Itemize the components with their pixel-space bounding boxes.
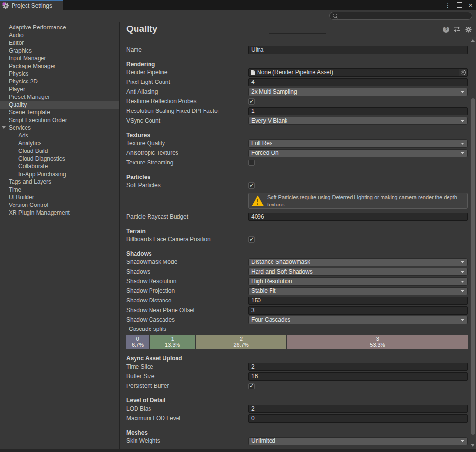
texture-streaming-checkbox[interactable] — [248, 160, 255, 166]
sidebar-item-physics-2d[interactable]: Physics 2D — [0, 78, 119, 85]
sidebar-item-cloud-build[interactable]: Cloud Build — [0, 147, 119, 155]
sidebar-item-scene-template[interactable]: Scene Template — [0, 109, 119, 116]
shadow-projection-dropdown[interactable]: Stable Fit — [248, 287, 468, 295]
shadow-near-plane-offset-input[interactable] — [248, 306, 468, 315]
field-label: Texture Streaming — [126, 159, 248, 166]
sidebar-item-editor[interactable]: Editor — [0, 39, 119, 47]
shadow-cascades-dropdown[interactable]: Four Cascades — [248, 316, 468, 324]
sidebar-item-script-execution-order[interactable]: Script Execution Order — [0, 116, 119, 124]
settings-gear-icon — [2, 2, 9, 9]
scroll-region: Name Rendering Render Pipeline None (Ren… — [120, 37, 476, 449]
chevron-down-icon — [461, 91, 464, 93]
field-label: Buffer Size — [126, 373, 248, 380]
sidebar-item-package-manager[interactable]: Package Manager — [0, 62, 119, 70]
close-icon[interactable]: × — [468, 1, 473, 9]
help-icon[interactable]: ? — [443, 27, 449, 33]
field-row-render-pipeline: Render Pipeline None (Render Pipeline As… — [126, 68, 468, 77]
field-label: Shadowmask Mode — [126, 259, 248, 265]
sidebar-item-audio[interactable]: Audio — [0, 31, 119, 39]
cascade-segment-3[interactable]: 3 53.3% — [287, 335, 468, 349]
window-controls: ⋮ × — [444, 0, 473, 10]
billboards-face-camera-checkbox[interactable] — [248, 236, 255, 243]
tab-title: Project Settings — [12, 2, 52, 9]
maximize-icon[interactable] — [457, 2, 462, 8]
field-row-maximum-lod-level: Maximum LOD Level — [126, 413, 468, 423]
field-label: Soft Particles — [126, 182, 248, 189]
anti-aliasing-dropdown[interactable]: 2x Multi Sampling — [248, 88, 468, 96]
settings-category-sidebar: Adaptive Performance Audio Editor Graphi… — [0, 22, 120, 449]
sidebar-item-in-app-purchasing[interactable]: In-App Purchasing — [0, 170, 119, 178]
field-label: Render Pipeline — [126, 69, 248, 76]
persistent-buffer-checkbox[interactable] — [248, 383, 255, 389]
field-label: Shadow Cascades — [126, 316, 248, 323]
name-input[interactable] — [248, 46, 468, 54]
shadows-dropdown[interactable]: Hard and Soft Shadows — [248, 268, 468, 276]
panel-header: Quality ? — [120, 22, 476, 37]
sidebar-item-physics[interactable]: Physics — [0, 70, 119, 78]
sidebar-item-player[interactable]: Player — [0, 85, 119, 93]
sidebar-item-graphics[interactable]: Graphics — [0, 47, 119, 55]
render-pipeline-object-field[interactable]: None (Render Pipeline Asset) — [248, 68, 468, 77]
field-row-shadowmask-mode: Shadowmask Mode Distance Shadowmask — [126, 257, 468, 267]
sidebar-item-time[interactable]: Time — [0, 186, 119, 193]
search-input[interactable] — [339, 13, 472, 19]
sidebar-item-ads[interactable]: Ads — [0, 132, 119, 139]
shadow-resolution-dropdown[interactable]: High Resolution — [248, 277, 468, 286]
warning-icon — [252, 195, 264, 206]
resolution-scaling-input[interactable] — [248, 107, 468, 115]
cascade-segment-2[interactable]: 2 26.7% — [196, 335, 286, 349]
cascade-index: 0 — [136, 336, 139, 342]
scroll-up-icon[interactable] — [471, 39, 475, 42]
sidebar-item-ui-builder[interactable]: UI Builder — [0, 193, 119, 201]
field-label: Anisotropic Textures — [126, 150, 248, 156]
cascade-percent: 13.3% — [165, 342, 180, 348]
cascade-segment-0[interactable]: 0 6.7% — [126, 335, 149, 349]
field-label: Particle Raycast Budget — [126, 213, 248, 220]
sidebar-item-quality[interactable]: Quality — [0, 101, 119, 109]
anisotropic-textures-dropdown[interactable]: Forced On — [248, 149, 468, 157]
scroll-down-icon[interactable] — [471, 444, 475, 447]
shadowmask-mode-dropdown[interactable]: Distance Shadowmask — [248, 258, 468, 266]
field-label: Shadows — [126, 268, 248, 275]
object-picker-icon[interactable] — [459, 69, 467, 76]
gear-icon[interactable] — [465, 27, 472, 33]
field-row-lod-bias: LOD Bias — [126, 404, 468, 413]
sidebar-item-xr-plugin-management[interactable]: XR Plugin Management — [0, 209, 119, 217]
sidebar-item-adaptive-performance[interactable]: Adaptive Performance — [0, 24, 119, 31]
sidebar-item-collaborate[interactable]: Collaborate — [0, 163, 119, 170]
maximum-lod-level-input[interactable] — [248, 414, 468, 423]
pixel-light-count-input[interactable] — [248, 78, 468, 86]
sidebar-item-version-control[interactable]: Version Control — [0, 201, 119, 209]
soft-particles-checkbox[interactable] — [248, 182, 255, 189]
chevron-down-icon — [461, 143, 464, 145]
sidebar-item-cloud-diagnostics[interactable]: Cloud Diagnostics — [0, 155, 119, 163]
sidebar-item-services[interactable]: Services — [0, 124, 119, 132]
buffer-size-input[interactable] — [248, 372, 468, 381]
vertical-scrollbar[interactable] — [470, 37, 476, 449]
sidebar-item-input-manager[interactable]: Input Manager — [0, 55, 119, 62]
search-box[interactable] — [329, 12, 472, 20]
field-row-persistent-buffer: Persistent Buffer — [126, 381, 468, 391]
field-row-anti-aliasing: Anti Aliasing 2x Multi Sampling — [126, 87, 468, 96]
shadow-distance-input[interactable] — [248, 297, 468, 305]
preset-icon[interactable] — [454, 26, 461, 33]
sidebar-item-analytics[interactable]: Analytics — [0, 139, 119, 147]
time-slice-input[interactable] — [248, 363, 468, 371]
sidebar-item-preset-manager[interactable]: Preset Manager — [0, 93, 119, 101]
realtime-reflection-probes-checkbox[interactable] — [248, 98, 255, 105]
chevron-down-icon — [461, 290, 464, 292]
particle-raycast-budget-input[interactable] — [248, 213, 468, 221]
lod-bias-input[interactable] — [248, 405, 468, 413]
sidebar-item-tags-and-layers[interactable]: Tags and Layers — [0, 178, 119, 186]
scrollbar-thumb[interactable] — [471, 98, 475, 435]
foldout-arrow-icon[interactable] — [2, 126, 6, 129]
texture-quality-dropdown[interactable]: Full Res — [248, 139, 468, 148]
kebab-menu-icon[interactable]: ⋮ — [444, 2, 450, 8]
cascade-segment-1[interactable]: 1 13.3% — [150, 335, 195, 349]
chevron-down-icon — [461, 319, 464, 321]
chevron-down-icon — [461, 120, 464, 122]
vsync-count-dropdown[interactable]: Every V Blank — [248, 117, 468, 125]
tab-project-settings[interactable]: Project Settings — [0, 0, 63, 10]
skin-weights-dropdown[interactable]: Unlimited — [248, 437, 468, 445]
field-label: Shadow Resolution — [126, 278, 248, 285]
